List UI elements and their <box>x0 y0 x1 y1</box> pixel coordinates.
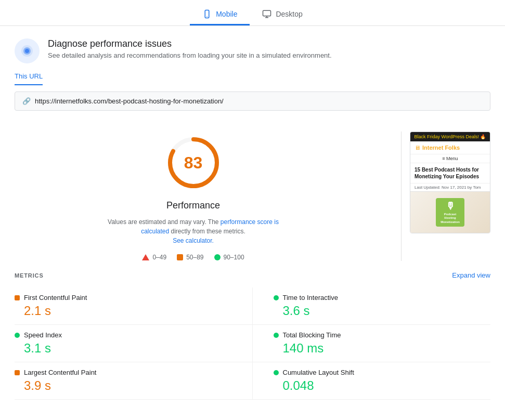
metric-lcp-name: Largest Contentful Paint <box>24 369 96 376</box>
preview-logo-text: Internet Folks <box>422 145 460 151</box>
metric-tbt: Total Blocking Time 140 ms <box>253 325 491 362</box>
tab-mobile-label: Mobile <box>216 10 237 18</box>
tab-bar: Mobile Desktop <box>0 0 505 26</box>
metric-fcp-value: 2.1 s <box>15 304 231 318</box>
preview-card: Black Friday WordPress Deals! 🔥 🖥 Intern… <box>410 132 490 233</box>
preview-menu-row: ≡ Menu <box>410 154 490 163</box>
svg-point-7 <box>25 49 29 53</box>
metric-si-name: Speed Index <box>24 331 62 339</box>
metric-cls-name: Cumulative Layout Shift <box>283 369 354 376</box>
metrics-section: METRICS Expand view First Contentful Pai… <box>0 271 505 410</box>
legend: 0–49 50–89 90–100 <box>142 254 244 261</box>
metric-tbt-name: Total Blocking Time <box>283 331 341 339</box>
metric-si-header: Speed Index <box>15 331 231 339</box>
metric-tti-name: Time to Interactive <box>283 294 338 301</box>
diagnose-section: Diagnose performance issues See detailed… <box>0 26 505 72</box>
tab-desktop[interactable]: Desktop <box>250 4 315 25</box>
diagnose-icon <box>20 44 34 58</box>
diagnose-text: Diagnose performance issues See detailed… <box>48 38 332 59</box>
svg-rect-2 <box>263 10 271 16</box>
legend-green-range: 90–100 <box>224 254 244 261</box>
url-value: https://internetfolks.com/best-podcast-h… <box>35 97 224 105</box>
metric-lcp: Largest Contentful Paint 3.9 s <box>15 362 253 400</box>
metric-fcp-header: First Contentful Paint <box>15 294 231 301</box>
metric-si-dot <box>15 333 20 338</box>
metric-cls: Cumulative Layout Shift 0.048 <box>253 362 491 400</box>
preview-banner: Black Friday WordPress Deals! 🔥 <box>410 132 490 141</box>
podcast-book-text: PodcastHostingMonetization <box>441 213 460 224</box>
diagnose-description: See detailed analysis and recommendation… <box>48 51 332 59</box>
metric-lcp-dot <box>15 370 20 375</box>
metric-fcp-dot <box>15 295 20 300</box>
metric-tti-value: 3.6 s <box>274 304 491 318</box>
diagnose-icon-wrap <box>15 38 40 63</box>
metric-tti-header: Time to Interactive <box>274 294 491 301</box>
metric-tti: Time to Interactive 3.6 s <box>253 287 491 325</box>
metrics-grid: First Contentful Paint 2.1 s Time to Int… <box>15 287 490 400</box>
gauge-score: 83 <box>184 153 203 173</box>
preview-logo-row: 🖥 Internet Folks <box>410 141 490 154</box>
url-input-row[interactable]: 🔗 https://internetfolks.com/best-podcast… <box>15 91 490 111</box>
metric-cls-header: Cumulative Layout Shift <box>274 369 491 376</box>
metric-tbt-dot <box>274 333 279 338</box>
legend-red-range: 0–49 <box>152 254 166 261</box>
vertical-divider <box>401 132 402 261</box>
preview-menu-text: ≡ Menu <box>442 156 458 161</box>
metrics-header: METRICS Expand view <box>15 271 490 279</box>
preview-image-area: 🎙 PodcastHostingMonetization <box>410 191 490 233</box>
metric-si: Speed Index 3.1 s <box>15 325 253 362</box>
preview-title: 15 Best Podcast Hosts for Monetizing You… <box>410 163 490 183</box>
score-note-prefix: Values are estimated and may vary. The <box>108 218 221 226</box>
main-content: 83 Performance Values are estimated and … <box>0 121 505 271</box>
legend-red: 0–49 <box>142 254 166 261</box>
link-icon: 🔗 <box>22 97 31 105</box>
legend-orange-range: 50–89 <box>186 254 203 261</box>
mobile-icon <box>202 9 212 19</box>
metric-fcp: First Contentful Paint 2.1 s <box>15 287 253 325</box>
url-tab-label[interactable]: This URL <box>15 72 43 85</box>
expand-view-button[interactable]: Expand view <box>452 271 490 279</box>
legend-orange-icon <box>177 254 183 260</box>
metric-si-value: 3.1 s <box>15 341 231 356</box>
preview-updated: Last Updated: Nov 17, 2021 by Tom <box>410 183 490 191</box>
desktop-icon <box>262 9 271 19</box>
diagnose-title: Diagnose performance issues <box>48 38 332 49</box>
metric-cls-dot <box>274 370 279 375</box>
metric-lcp-header: Largest Contentful Paint <box>15 369 231 376</box>
svg-point-1 <box>206 16 208 17</box>
tab-desktop-label: Desktop <box>276 10 302 18</box>
preview-podcast-img: 🎙 PodcastHostingMonetization <box>410 192 490 233</box>
metric-tbt-header: Total Blocking Time <box>274 331 491 339</box>
legend-orange: 50–89 <box>177 254 203 261</box>
score-note-suffix: directly from these metrics. <box>169 228 245 235</box>
metrics-title: METRICS <box>15 272 44 279</box>
legend-green: 90–100 <box>214 254 244 261</box>
see-calculator-link[interactable]: See calculator. <box>173 237 214 244</box>
preview-banner-text: Black Friday WordPress Deals! 🔥 <box>415 134 486 139</box>
metric-lcp-value: 3.9 s <box>15 378 231 393</box>
gauge-container: 83 <box>162 132 225 194</box>
metric-tbt-value: 140 ms <box>274 341 491 356</box>
preview-section: Black Friday WordPress Deals! 🔥 🖥 Intern… <box>410 132 490 261</box>
legend-red-icon <box>142 254 149 260</box>
preview-monitor-icon: 🖥 <box>415 145 420 151</box>
metric-fcp-name: First Contentful Paint <box>24 294 87 301</box>
metric-cls-value: 0.048 <box>274 378 491 393</box>
url-section: This URL 🔗 https://internetfolks.com/bes… <box>0 72 505 121</box>
legend-green-icon <box>214 254 221 260</box>
metric-tti-dot <box>274 295 279 300</box>
score-label: Performance <box>166 200 220 211</box>
score-section: 83 Performance Values are estimated and … <box>15 132 393 261</box>
score-note: Values are estimated and may vary. The p… <box>100 217 287 245</box>
tab-mobile[interactable]: Mobile <box>190 4 250 25</box>
podcast-mic-icon: 🎙 <box>446 201 455 212</box>
podcast-book: 🎙 PodcastHostingMonetization <box>436 198 464 227</box>
